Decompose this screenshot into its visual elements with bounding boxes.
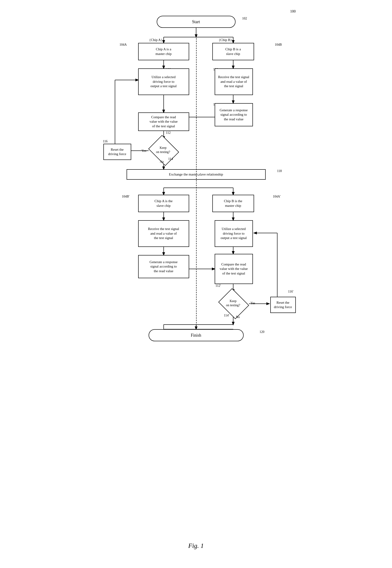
node-116p: Reset thedriving force <box>270 297 296 313</box>
label-yes-top: Yes <box>142 149 146 153</box>
num-102: 102 <box>242 17 247 20</box>
num-120: 120 <box>260 330 265 334</box>
node-104bp: Chip A is theslave chip <box>138 195 189 212</box>
num-114p: 114' <box>224 314 229 317</box>
node-keep-testing: Keepon testing? <box>148 139 178 162</box>
num-104bp: 104B' <box>122 195 130 198</box>
diagram-num-100: 100 <box>290 9 296 14</box>
flowchart-diagram: 100 Start 102 （Chip A） （Chip B） 104A Chi… <box>92 7 300 552</box>
node-110: Generate a responsesignal according toth… <box>215 103 253 126</box>
node-compare: Compare the readvalue with the valueof t… <box>138 112 189 131</box>
node-104ap: Chip B is themaster chip <box>212 195 254 212</box>
node-106p: Utilize a selecteddriving force tooutput… <box>215 220 253 247</box>
node-108: Receive the test signaland read a value … <box>215 69 253 95</box>
label-no-top: No <box>160 160 164 164</box>
node-110p: Generate a responsesignal according toth… <box>138 255 189 278</box>
num-104b: 104B <box>275 43 282 47</box>
num-116p: 116' <box>288 290 293 293</box>
num-118: 118 <box>277 169 282 173</box>
finish-node: Finish <box>149 329 244 341</box>
label-yes-bottom: Yes <box>251 301 255 305</box>
num-112: 112 <box>166 131 171 135</box>
node-108p: Receive the test signaland read a value … <box>138 220 189 247</box>
chip-b-label: （Chip B） <box>217 38 234 42</box>
start-node: Start <box>157 16 236 28</box>
node-106: Utilize a selecteddriving force tooutput… <box>138 69 189 95</box>
num-114: 114 <box>168 157 173 161</box>
num-104ap: 104A' <box>273 195 281 198</box>
num-104a: 104A <box>120 43 127 47</box>
num-116: 116 <box>103 139 108 143</box>
node-116: Reset thedriving force <box>103 144 131 160</box>
dashed-divider <box>196 36 196 330</box>
node-104a: Chip A is amaster chip <box>138 43 189 60</box>
num-112p: 112' <box>216 284 221 288</box>
fig-label: Fig. 1 <box>188 542 204 549</box>
label-no-bottom: No <box>236 315 240 319</box>
chip-a-label: （Chip A） <box>147 38 164 42</box>
node-compare-p: Compare the readvalue with the valueof t… <box>215 254 253 284</box>
node-keep-testing-p: Keepon testing? <box>218 292 248 315</box>
node-104b: Chip B is aslave chip <box>212 43 254 60</box>
